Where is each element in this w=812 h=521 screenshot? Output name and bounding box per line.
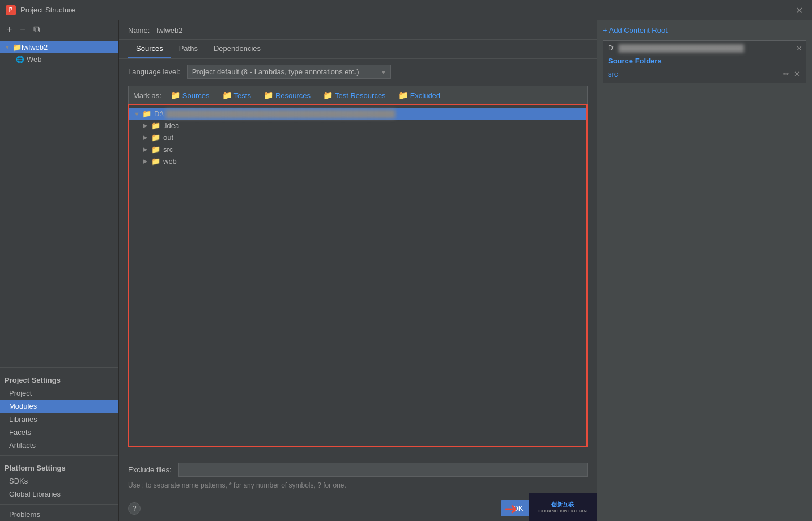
path-prefix: D: — [608, 44, 617, 52]
sources-folder-icon: 📁 — [171, 91, 180, 100]
remove-source-folder-button[interactable]: ✕ — [793, 70, 801, 78]
nav-modules[interactable]: Modules — [0, 400, 118, 413]
mark-sources-button[interactable]: 📁 Sources — [167, 90, 213, 101]
tab-dependencies[interactable]: Dependencies — [206, 40, 269, 58]
mark-excluded-button[interactable]: 📁 Excluded — [395, 90, 444, 101]
tabs-row: Sources Paths Dependencies — [119, 40, 597, 59]
idea-arrow: ▶ — [143, 122, 151, 129]
watermark-line2: CHUANG XIN HU LIAN — [538, 509, 586, 514]
root-path: D:\ — [154, 109, 165, 118]
sidebar-toolbar: + − ⧉ — [0, 20, 118, 39]
title-bar: P Project Structure ✕ — [0, 0, 812, 20]
nav-sdks[interactable]: SDKs — [0, 475, 118, 488]
source-folders-title: Source Folders — [608, 57, 801, 65]
module-tree: ▼ lwlweb2 🌐 Web — [0, 39, 118, 364]
web-folder-name: web — [163, 157, 177, 166]
module-sub-name: Web — [27, 55, 42, 63]
tests-folder-icon: 📁 — [222, 91, 232, 100]
copy-module-button[interactable]: ⧉ — [31, 24, 42, 35]
path-blurred: ██████████████████████████ — [619, 44, 744, 52]
idea-folder-icon: 📁 — [151, 122, 161, 130]
main-container: + − ⧉ ▼ lwlweb2 🌐 Web Project Settings P… — [0, 20, 812, 521]
resources-folder-icon: 📁 — [263, 91, 273, 100]
tests-button-label: Tests — [234, 91, 251, 100]
name-label: Name: — [128, 26, 150, 35]
divider-2 — [0, 455, 118, 456]
src-folder-icon: 📁 — [151, 146, 161, 154]
content-root-close-button[interactable]: ✕ — [796, 44, 802, 53]
watermark: 创新互联 CHUANG XIN HU LIAN — [529, 493, 597, 521]
platform-settings-title: Platform Settings — [0, 459, 118, 475]
nav-global-libraries[interactable]: Global Libraries — [0, 488, 118, 501]
tree-item-lwlweb2[interactable]: ▼ lwlweb2 — [0, 41, 118, 53]
help-button[interactable]: ? — [128, 502, 141, 515]
folder-icon — [12, 43, 22, 52]
root-arrow: ▼ — [134, 111, 142, 117]
name-value: lwlweb2 — [156, 26, 182, 35]
exclude-label: Exclude files: — [128, 465, 172, 474]
window-title: Project Structure — [20, 6, 75, 14]
bottom-bar: ? ➜ OK Cancel 创新互联 CHUANG XIN HU LIAN — [119, 495, 597, 521]
content-root-path: D: ██████████████████████████ — [608, 44, 801, 52]
file-tree-src[interactable]: ▶ 📁 src — [129, 143, 586, 155]
source-folders-section: Source Folders src ✏ ✕ — [608, 57, 801, 79]
sources-button-label: Sources — [182, 91, 210, 100]
resources-button-label: Resources — [275, 91, 311, 100]
add-module-button[interactable]: + — [5, 24, 14, 35]
file-tree-out[interactable]: ▶ 📁 out — [129, 132, 586, 143]
file-tree-idea[interactable]: ▶ 📁 .idea — [129, 120, 586, 132]
right-panel: + Add Content Root D: ██████████████████… — [597, 20, 812, 521]
nav-problems[interactable]: Problems — [0, 508, 118, 521]
nav-facets[interactable]: Facets — [0, 426, 118, 439]
file-tree-root[interactable]: ▼ D:\ ██████████████████████████████████… — [129, 108, 586, 120]
sidebar: + − ⧉ ▼ lwlweb2 🌐 Web Project Settings P… — [0, 20, 119, 521]
remove-module-button[interactable]: − — [18, 24, 27, 35]
web-folder-icon: 📁 — [151, 158, 161, 166]
source-folder-item-src: src ✏ ✕ — [608, 69, 801, 79]
content-body: Language level: Project default (8 - Lam… — [119, 59, 597, 452]
mark-resources-button[interactable]: 📁 Resources — [260, 90, 314, 101]
mark-testres-button[interactable]: 📁 Test Resources — [320, 90, 389, 101]
language-level-select[interactable]: Project default (8 - Lambdas, type annot… — [187, 65, 391, 79]
src-arrow: ▶ — [143, 146, 151, 153]
tab-sources[interactable]: Sources — [128, 40, 171, 58]
tab-paths[interactable]: Paths — [171, 40, 206, 58]
divider-1 — [0, 367, 118, 368]
nav-project[interactable]: Project — [0, 387, 118, 400]
src-folder-name: src — [163, 145, 173, 154]
root-folder-icon — [142, 110, 152, 118]
edit-source-folder-button[interactable]: ✏ — [782, 70, 790, 78]
web-icon: 🌐 — [16, 56, 24, 63]
mark-tests-button[interactable]: 📁 Tests — [219, 90, 254, 101]
lang-select-wrapper: Project default (8 - Lambdas, type annot… — [187, 65, 391, 79]
excluded-folder-icon: 📁 — [398, 91, 408, 100]
testres-button-label: Test Resources — [335, 91, 386, 100]
idea-folder-name: .idea — [163, 121, 179, 130]
out-folder-name: out — [163, 133, 173, 142]
out-folder-icon: 📁 — [151, 134, 161, 142]
name-row: Name: lwlweb2 — [119, 20, 597, 40]
add-content-root-button[interactable]: + Add Content Root — [603, 26, 806, 35]
out-arrow: ▶ — [143, 134, 151, 141]
content-area: Name: lwlweb2 Sources Paths Dependencies… — [119, 20, 597, 521]
nav-artifacts[interactable]: Artifacts — [0, 439, 118, 452]
app-icon: P — [6, 5, 16, 15]
lang-level-label: Language level: — [128, 67, 180, 76]
language-level-row: Language level: Project default (8 - Lam… — [128, 65, 588, 79]
nav-libraries[interactable]: Libraries — [0, 413, 118, 426]
file-tree-web[interactable]: ▶ 📁 web — [129, 155, 586, 167]
project-settings-title: Project Settings — [0, 371, 118, 387]
exclude-input[interactable] — [178, 463, 588, 477]
testres-folder-icon: 📁 — [323, 91, 333, 100]
file-tree-container: ▼ D:\ ██████████████████████████████████… — [128, 104, 588, 447]
tree-item-web[interactable]: 🌐 Web — [0, 53, 118, 65]
close-button[interactable]: ✕ — [792, 3, 806, 16]
arrow-indicator: ➜ — [504, 499, 517, 518]
watermark-line1: 创新互联 — [538, 501, 586, 509]
web-arrow: ▶ — [143, 158, 151, 165]
divider-3 — [0, 504, 118, 505]
exclude-hint: Use ; to separate name patterns, * for a… — [119, 481, 597, 495]
exclude-row: Exclude files: — [119, 458, 597, 481]
excluded-button-label: Excluded — [410, 91, 440, 100]
source-folder-name: src — [608, 70, 618, 78]
